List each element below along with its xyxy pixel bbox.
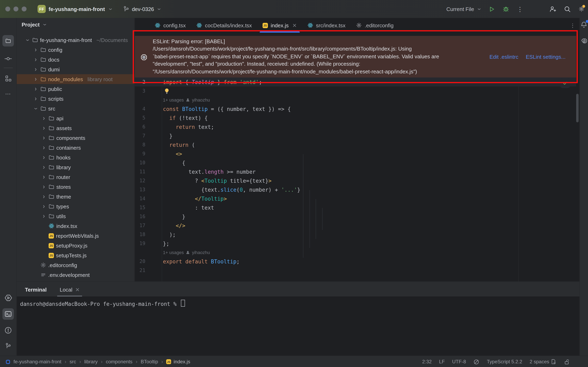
branch-widget[interactable]: dev-0326 <box>123 6 161 12</box>
tree-item--editorconfig[interactable]: .editorconfig <box>17 260 134 270</box>
tree-item-router[interactable]: router <box>17 172 134 182</box>
breadcrumb-item[interactable]: src <box>70 359 76 365</box>
tree-item-theme[interactable]: theme <box>17 192 134 201</box>
tree-item-node-modules[interactable]: node_moduleslibrary root <box>17 74 134 84</box>
line-number[interactable]: 19 <box>135 241 145 246</box>
tree-item-api[interactable]: api <box>17 113 134 123</box>
tree-item-index-tsx[interactable]: index.tsx <box>17 221 134 231</box>
line-number[interactable]: 11 <box>135 169 145 175</box>
project-panel-header[interactable]: Project <box>17 18 134 31</box>
structure-tool-button[interactable] <box>2 73 14 84</box>
tree-item-public[interactable]: public <box>17 84 134 94</box>
caret-position[interactable]: 2:32 <box>422 359 432 365</box>
line-number[interactable]: 8 <box>135 142 145 148</box>
line-number[interactable]: 14 <box>135 196 145 201</box>
breadcrumb-item[interactable]: library <box>84 359 98 365</box>
terminal-tool-button[interactable] <box>2 308 14 320</box>
language-version[interactable]: TypeScript 5.2.2 <box>487 359 522 365</box>
close-icon[interactable]: ✕ <box>75 287 80 293</box>
line-number[interactable]: 18 <box>135 232 145 237</box>
line-number[interactable]: 5 <box>135 115 145 121</box>
git-tool-button[interactable] <box>2 340 14 351</box>
unlock-icon[interactable] <box>564 359 570 365</box>
settings-button[interactable] <box>579 6 584 12</box>
commit-tool-button[interactable] <box>2 53 14 64</box>
line-number[interactable]: 21 <box>135 267 145 273</box>
tree-item-utils[interactable]: utils <box>17 211 134 221</box>
tree-item-library[interactable]: library <box>17 162 134 172</box>
usages-hint[interactable]: 1+ usages <box>163 250 184 255</box>
indent-setting[interactable]: 2 spaces <box>530 359 557 365</box>
line-number[interactable]: 3 <box>135 88 145 94</box>
breadcrumb-file[interactable]: JSindex.js <box>166 359 190 365</box>
terminal-tab-local[interactable]: Local ✕ <box>57 287 82 296</box>
tree-item-config[interactable]: config <box>17 45 134 55</box>
editor-tab-index-js[interactable]: JSindex.js✕ <box>257 18 302 33</box>
debug-button[interactable] <box>503 6 509 12</box>
tree-item-stores[interactable]: stores <box>17 182 134 192</box>
line-number[interactable]: 6 <box>135 124 145 130</box>
editor-tab-cocdetails-index-tsx[interactable]: cocDetails/index.tsx <box>191 18 257 33</box>
banner-link-eslint-settings-[interactable]: ESLint settings... <box>526 54 566 60</box>
tree-item-assets[interactable]: assets <box>17 123 134 133</box>
project-widget[interactable]: FF fe-yushang-main-front <box>38 5 112 13</box>
breadcrumb-item[interactable]: BTooltip <box>141 359 158 365</box>
tree-item-src[interactable]: src <box>17 104 134 113</box>
editor-tab-src-index-tsx[interactable]: src/index.tsx <box>302 18 351 33</box>
tree-item-docs[interactable]: docs <box>17 55 134 64</box>
line-number[interactable]: 20 <box>135 259 145 264</box>
minimize-window-button[interactable] <box>13 7 18 11</box>
run-configuration-selector[interactable]: Current File <box>446 6 481 12</box>
more-actions-button[interactable]: ⋮ <box>517 6 523 12</box>
file-encoding[interactable]: UTF-8 <box>452 359 466 365</box>
editor-scrollbar[interactable] <box>576 94 579 122</box>
editor-tab-config-tsx[interactable]: config.tsx <box>149 18 191 33</box>
close-window-button[interactable] <box>5 7 10 11</box>
breadcrumb-item[interactable]: fe-yushang-main-front <box>13 359 61 365</box>
ai-assistant-button[interactable] <box>580 38 587 46</box>
line-number[interactable]: 15 <box>135 205 145 210</box>
tree-item-setuptests-js[interactable]: JSsetupTests.js <box>17 250 134 260</box>
inspection-widget[interactable] <box>560 78 570 88</box>
zoom-window-button[interactable] <box>22 7 26 11</box>
problems-tool-button[interactable] <box>2 325 14 336</box>
tree-item-components[interactable]: components <box>17 133 134 143</box>
editor-tab--editorconfig[interactable]: .editorconfig <box>351 18 399 33</box>
line-number[interactable]: 13 <box>135 187 145 192</box>
line-number[interactable]: 12 <box>135 178 145 184</box>
notifications-button[interactable] <box>580 21 587 29</box>
usages-hint[interactable]: 1+ usages <box>163 98 184 102</box>
tree-item-fe-yushang-main-front[interactable]: fe-yushang-main-front~/Documents <box>17 35 134 45</box>
line-number[interactable]: 2 <box>135 79 145 85</box>
tree-item-reportwebvitals-js[interactable]: JSreportWebVitals.js <box>17 231 134 241</box>
add-user-button[interactable] <box>549 6 556 12</box>
more-tool-windows-button[interactable]: ⋯ <box>2 88 14 100</box>
tree-item-setupproxy-js[interactable]: JSsetupProxy.js <box>17 241 134 250</box>
line-number[interactable]: 10 <box>135 160 145 166</box>
line-number[interactable]: 16 <box>135 214 145 219</box>
tree-item-containers[interactable]: containers <box>17 143 134 152</box>
intention-bulb-icon[interactable] <box>164 86 169 95</box>
line-number[interactable]: 17 <box>135 223 145 228</box>
terminal-output[interactable]: dansroh@dansdeMacBook-Pro fe-yushang-mai… <box>17 296 579 356</box>
tree-item--env-development[interactable]: .env.development <box>17 270 134 280</box>
close-icon[interactable]: ✕ <box>292 22 297 28</box>
author-hint[interactable]: yihaozhu <box>192 98 210 102</box>
line-number[interactable]: 9 <box>135 151 145 157</box>
banner-link-edit-eslintrc[interactable]: Edit .eslintrc <box>489 54 518 60</box>
tab-options-button[interactable]: ⋮ <box>570 18 575 33</box>
line-number[interactable]: 4 <box>135 106 145 112</box>
author-hint[interactable]: yihaozhu <box>192 250 210 255</box>
highlighting-level-icon[interactable] <box>474 359 480 365</box>
project-tool-button[interactable] <box>2 35 14 47</box>
tree-item-scripts[interactable]: scripts <box>17 94 134 104</box>
line-number[interactable]: 7 <box>135 133 145 139</box>
search-everywhere-button[interactable] <box>564 6 571 12</box>
tree-item-types[interactable]: types <box>17 201 134 211</box>
line-separator[interactable]: LF <box>439 359 445 365</box>
breadcrumb-item[interactable]: components <box>106 359 132 365</box>
services-tool-button[interactable] <box>2 292 14 303</box>
tree-item-hooks[interactable]: hooks <box>17 152 134 162</box>
run-button[interactable] <box>489 6 495 12</box>
tree-item-dumi[interactable]: dumi <box>17 64 134 74</box>
